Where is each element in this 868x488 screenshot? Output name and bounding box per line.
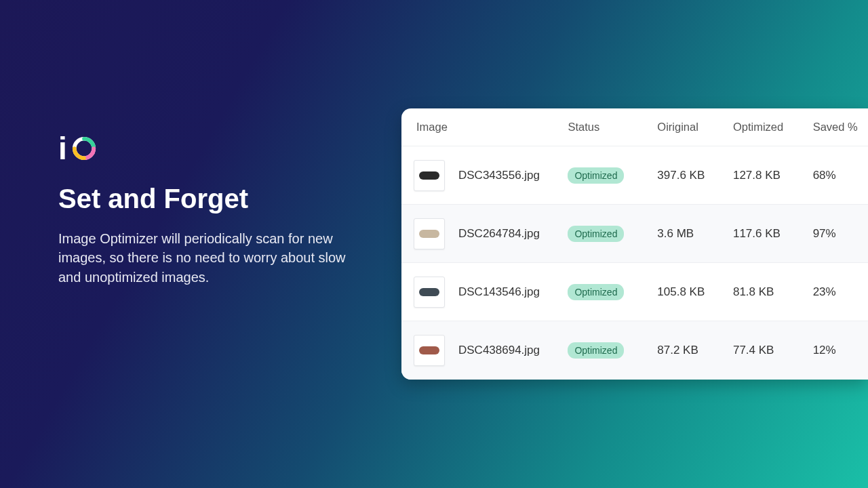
status-badge: Optimized (568, 167, 624, 184)
logo-ring-icon (71, 136, 97, 161)
cell-image: DSC438694.jpg (401, 321, 561, 380)
table-row[interactable]: DSC143546.jpgOptimized105.8 KB81.8 KB23% (401, 263, 868, 321)
status-badge: Optimized (568, 284, 624, 300)
logo-letter: i (58, 133, 67, 164)
col-header-image: Image (401, 108, 561, 146)
status-badge: Optimized (568, 342, 624, 359)
col-header-original: Oiriginal (650, 108, 726, 146)
table-row[interactable]: DSC343556.jpgOptimized397.6 KB127.8 KB68… (401, 146, 868, 205)
cell-saved: 68% (806, 146, 868, 205)
cell-original: 397.6 KB (650, 146, 726, 205)
filename-label: DSC264784.jpg (458, 227, 540, 241)
filename-label: DSC438694.jpg (458, 344, 540, 357)
thumbnail-icon (414, 160, 445, 191)
hero-description: Image Optimizer will periodically scan f… (58, 229, 357, 287)
hero-title: Set and Forget (58, 183, 357, 214)
thumbnail-icon (414, 218, 445, 249)
app-logo: i (58, 133, 357, 164)
cell-image: DSC343556.jpg (401, 146, 561, 205)
hero-panel: i Set and Forget Image Optimizer (58, 133, 357, 287)
cell-optimized: 127.8 KB (726, 146, 806, 205)
col-header-status: Status (561, 108, 650, 146)
cell-saved: 23% (806, 263, 868, 321)
results-card: Image Status Oiriginal Optimized Saved %… (401, 108, 868, 380)
cell-original: 3.6 MB (650, 205, 726, 263)
cell-original: 105.8 KB (650, 263, 726, 321)
results-table: Image Status Oiriginal Optimized Saved %… (401, 108, 868, 380)
table-row[interactable]: DSC264784.jpgOptimized3.6 MB117.6 KB97% (401, 205, 868, 263)
cell-saved: 97% (806, 205, 868, 263)
table-row[interactable]: DSC438694.jpgOptimized87.2 KB77.4 KB12% (401, 321, 868, 380)
filename-label: DSC343556.jpg (458, 169, 540, 182)
cell-optimized: 81.8 KB (726, 263, 806, 321)
cell-status: Optimized (561, 146, 650, 205)
cell-optimized: 117.6 KB (726, 205, 806, 263)
col-header-optimized: Optimized (726, 108, 806, 146)
col-header-saved: Saved % (806, 108, 868, 146)
thumbnail-icon (414, 335, 445, 366)
cell-optimized: 77.4 KB (726, 321, 806, 380)
cell-status: Optimized (561, 205, 650, 263)
cell-original: 87.2 KB (650, 321, 726, 380)
cell-saved: 12% (806, 321, 868, 380)
cell-status: Optimized (561, 263, 650, 321)
status-badge: Optimized (568, 226, 624, 242)
cell-image: DSC264784.jpg (401, 205, 561, 263)
table-header-row: Image Status Oiriginal Optimized Saved % (401, 108, 868, 146)
promo-stage: i Set and Forget Image Optimizer (0, 0, 868, 488)
cell-image: DSC143546.jpg (401, 263, 561, 321)
thumbnail-icon (414, 277, 445, 308)
cell-status: Optimized (561, 321, 650, 380)
filename-label: DSC143546.jpg (458, 285, 540, 299)
